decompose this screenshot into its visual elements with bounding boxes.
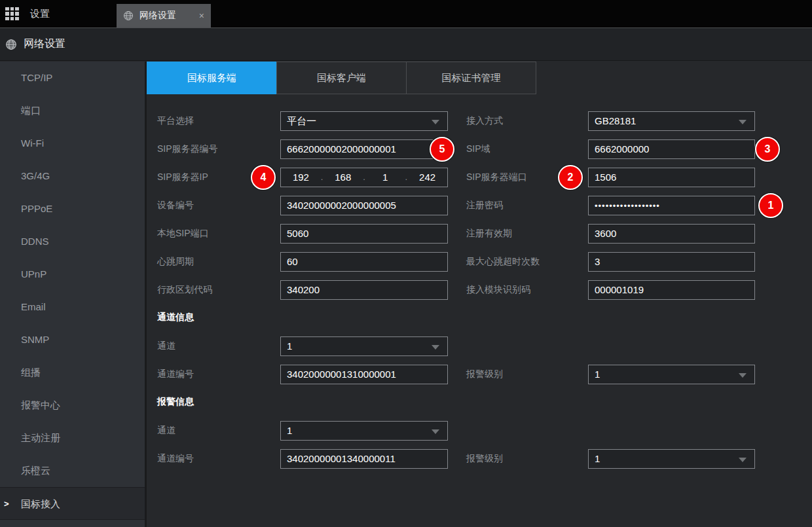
form-row: 通道编号 34020000001310000001 报警级别 1 <box>157 365 812 384</box>
access-module-id-label: 接入模块识别码 <box>466 284 588 296</box>
sip-server-ip-input[interactable]: 192 . 168 . 1 . 242 <box>280 168 448 187</box>
sidebar-item-wifi[interactable]: Wi-Fi <box>0 127 145 160</box>
callout-badge-4: 4 <box>251 165 276 190</box>
channel-label: 通道 <box>157 340 280 352</box>
ip-octet-1[interactable]: 192 <box>281 168 321 187</box>
alarm-level2-label: 报警级别 <box>466 453 588 465</box>
sidebar-item-gb28181-access[interactable]: > 国标接入 <box>0 487 145 520</box>
top-bar: 设置 网络设置 × <box>0 0 812 28</box>
close-tab-icon[interactable]: × <box>199 10 204 21</box>
form-row: 心跳周期 60 最大心跳超时次数 3 <box>157 252 812 272</box>
sip-server-no-label: SIP服务器编号 <box>157 143 280 155</box>
register-valid-label: 注册有效期 <box>466 228 588 240</box>
callout-badge-2: 2 <box>558 165 583 190</box>
page-title: 网络设置 <box>24 37 65 51</box>
main-content: 国标服务端 国标客户端 国标证书管理 平台选择 平台一 接入方式 GB28181 <box>147 62 812 527</box>
sip-server-no-input[interactable]: 66620000002000000001 <box>280 139 448 159</box>
sidebar-item-alarm-center[interactable]: 报警中心 <box>0 389 145 422</box>
heartbeat-period-label: 心跳周期 <box>157 256 280 268</box>
sidebar-item-multicast[interactable]: 组播 <box>0 356 145 389</box>
alarm-channel-no-label: 通道编号 <box>157 453 280 465</box>
platform-select[interactable]: 平台一 <box>280 111 448 131</box>
form-row: 通道编号 34020000001340000011 报警级别 1 <box>157 449 812 469</box>
sidebar-item-3g4g[interactable]: 3G/4G <box>0 160 145 192</box>
page-header: 网络设置 <box>0 28 812 61</box>
tab-gb-server[interactable]: 国标服务端 <box>147 62 277 94</box>
alarm-level2-select[interactable]: 1 <box>588 449 755 469</box>
app-launcher-grid-icon[interactable] <box>5 7 19 21</box>
access-module-id-input[interactable]: 000001019 <box>588 280 755 300</box>
heartbeat-period-input[interactable]: 60 <box>280 252 448 272</box>
chevron-down-icon <box>432 345 439 350</box>
sidebar-item-port[interactable]: 端口 <box>0 94 145 127</box>
alarm-channel-select[interactable]: 1 <box>280 421 448 441</box>
device-no-input[interactable]: 34020000002000000005 <box>280 196 448 215</box>
admin-area-code-input[interactable]: 340200 <box>280 280 448 300</box>
platform-label: 平台选择 <box>157 115 280 127</box>
local-sip-port-label: 本地SIP端口 <box>157 228 280 240</box>
tab-gb-cert-management[interactable]: 国标证书管理 <box>406 62 536 94</box>
chevron-down-icon <box>739 373 747 378</box>
max-heartbeat-fail-label: 最大心跳超时次数 <box>466 256 588 268</box>
chevron-down-icon <box>739 120 747 124</box>
settings-menu-label[interactable]: 设置 <box>30 8 50 20</box>
sidebar-item-lechange[interactable]: 乐橙云 <box>0 454 145 487</box>
channel-no-input[interactable]: 34020000001310000001 <box>280 365 448 384</box>
sip-server-port-input[interactable]: 1506 <box>588 168 755 187</box>
form-row: SIP服务器IP 192 . 168 . 1 . 242 4 SIP服务器端口 … <box>157 168 812 187</box>
alarm-level-select[interactable]: 1 <box>588 365 755 384</box>
access-type-select[interactable]: GB28181 <box>588 111 755 131</box>
sip-domain-label: SIP域 <box>466 143 588 155</box>
form-row: 行政区划代码 340200 接入模块识别码 000001019 <box>157 280 812 300</box>
form-row: 通道 1 <box>157 336 812 356</box>
register-password-label: 注册密码 <box>466 200 588 211</box>
globe-icon <box>5 39 17 50</box>
alarm-info-section-title: 报警信息 <box>157 393 812 410</box>
chevron-down-icon <box>739 458 747 462</box>
sidebar: TCP/IP 端口 Wi-Fi 3G/4G PPPoE DDNS UPnP Em… <box>0 62 145 527</box>
alarm-level2-value: 1 <box>595 453 600 464</box>
sidebar-item-upnp[interactable]: UPnP <box>0 258 145 291</box>
chevron-right-icon: > <box>4 488 9 520</box>
access-type-label: 接入方式 <box>466 115 588 127</box>
alarm-channel-value: 1 <box>287 425 292 436</box>
globe-icon <box>123 10 134 21</box>
sidebar-item-snmp[interactable]: SNMP <box>0 323 145 356</box>
channel-info-section-title: 通道信息 <box>157 308 812 325</box>
local-sip-port-input[interactable]: 5060 <box>280 224 448 244</box>
register-valid-input[interactable]: 3600 <box>588 224 755 244</box>
sidebar-item-auto-register[interactable]: 主动注册 <box>0 422 145 454</box>
sidebar-item-pppoe[interactable]: PPPoE <box>0 192 145 225</box>
register-password-input[interactable]: •••••••••••••••••• <box>588 196 755 215</box>
tab-network-settings[interactable]: 网络设置 × <box>117 4 211 27</box>
tab-gb-client[interactable]: 国标客户端 <box>276 62 407 94</box>
access-type-value: GB28181 <box>595 115 636 126</box>
callout-badge-5: 5 <box>430 137 454 162</box>
chevron-down-icon <box>432 429 439 434</box>
device-no-label: 设备编号 <box>157 200 280 211</box>
sip-domain-input[interactable]: 6662000000 <box>588 139 755 159</box>
form-row: 本地SIP端口 5060 注册有效期 3600 <box>157 224 812 244</box>
gb-tabs: 国标服务端 国标客户端 国标证书管理 <box>147 62 812 94</box>
sidebar-item-ddns[interactable]: DDNS <box>0 225 145 258</box>
alarm-level-label: 报警级别 <box>466 369 588 380</box>
alarm-channel-no-input[interactable]: 34020000001340000011 <box>280 449 448 469</box>
form-row: SIP服务器编号 66620000002000000001 5 SIP域 666… <box>157 139 812 159</box>
max-heartbeat-fail-input[interactable]: 3 <box>588 252 755 272</box>
admin-area-code-label: 行政区划代码 <box>157 284 280 296</box>
channel-select[interactable]: 1 <box>280 336 448 356</box>
gb-server-form: 平台选择 平台一 接入方式 GB28181 SIP服务器编号 666200000… <box>147 94 812 469</box>
ip-octet-4[interactable]: 242 <box>407 168 447 187</box>
channel-no-label: 通道编号 <box>157 369 280 380</box>
form-row: 设备编号 34020000002000000005 注册密码 •••••••••… <box>157 196 812 215</box>
form-row: 平台选择 平台一 接入方式 GB28181 <box>157 111 812 131</box>
alarm-channel-label: 通道 <box>157 425 280 437</box>
ip-octet-3[interactable]: 1 <box>365 168 405 187</box>
channel-value: 1 <box>287 340 292 352</box>
sidebar-item-tcpip[interactable]: TCP/IP <box>0 62 145 94</box>
ip-octet-2[interactable]: 168 <box>323 168 363 187</box>
sidebar-item-label: 国标接入 <box>21 498 60 509</box>
sidebar-item-email[interactable]: Email <box>0 291 145 323</box>
platform-value: 平台一 <box>287 115 316 126</box>
chevron-down-icon <box>432 120 439 124</box>
